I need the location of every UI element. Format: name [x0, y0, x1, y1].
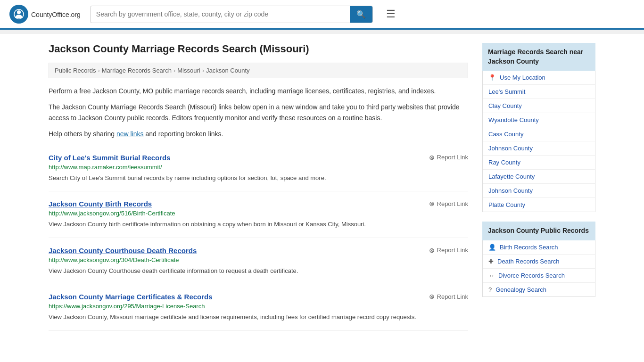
nearby-item-link-1[interactable]: Lee's Summit [488, 88, 525, 95]
record-url-0[interactable]: http://www.map.ramaker.com/leessummit/ [49, 164, 468, 171]
record-desc-2: View Jackson County Courthouse death cer… [49, 266, 468, 276]
report-link-3[interactable]: ⊗ Report Link [429, 293, 468, 300]
record-desc-3: View Jackson County, Missouri marriage c… [49, 313, 468, 322]
nearby-item-link-7[interactable]: Lafayette County [488, 173, 535, 180]
nearby-item-link-8[interactable]: Johnson County [488, 187, 533, 194]
sidebar-nearby-item[interactable]: Lafayette County [483, 170, 595, 184]
record-title-2[interactable]: Jackson County Courthouse Death Records [49, 247, 197, 255]
location-pin-icon: 📍 [488, 74, 496, 81]
sidebar-nearby-item[interactable]: Clay County [483, 99, 595, 113]
report-link-0[interactable]: ⊗ Report Link [429, 154, 468, 161]
report-icon-0: ⊗ [429, 154, 435, 161]
sidebar-nearby-item[interactable]: Ray County [483, 156, 595, 170]
report-link-2[interactable]: ⊗ Report Link [429, 247, 468, 254]
breadcrumb-public-records[interactable]: Public Records [55, 67, 96, 74]
use-my-location-link[interactable]: Use My Location [500, 74, 545, 81]
record-desc-1: View Jackson County birth certificate in… [49, 220, 468, 229]
record-entry: Jackson County Courthouse Death Records … [49, 238, 468, 285]
report-icon-3: ⊗ [429, 293, 435, 300]
menu-button[interactable]: ☰ [382, 6, 399, 22]
content-area: Jackson County Marriage Records Search (… [49, 43, 468, 331]
nearby-item-link-9[interactable]: Platte County [488, 201, 525, 208]
new-links-link[interactable]: new links [116, 130, 144, 138]
main-container: Jackson County Marriage Records Search (… [39, 33, 605, 340]
question-icon: ? [488, 286, 492, 293]
sidebar-nearby-item[interactable]: Wyandotte County [483, 113, 595, 127]
sidebar-nearby-item[interactable]: Cass County [483, 127, 595, 141]
sidebar-nearby-section: Marriage Records Search near Jackson Cou… [482, 43, 595, 212]
page-title: Jackson County Marriage Records Search (… [49, 43, 468, 55]
sidebar-public-records-title: Jackson County Public Records [482, 222, 595, 240]
logo[interactable]: CountyOffice.org [9, 5, 81, 24]
breadcrumb-missouri[interactable]: Missouri [177, 67, 200, 74]
public-records-link-3[interactable]: Genealogy Search [495, 286, 546, 293]
record-desc-0: Search City of Lee's Summit burial recor… [49, 173, 468, 183]
breadcrumb-marriage-records[interactable]: Marriage Records Search [102, 67, 172, 74]
records-list: City of Lee's Summit Burial Records ⊗ Re… [49, 145, 468, 331]
public-records-link-0[interactable]: Birth Records Search [500, 244, 558, 251]
search-bar: 🔍 [90, 6, 373, 23]
record-url-1[interactable]: http://www.jacksongov.org/516/Birth-Cert… [49, 210, 468, 217]
person-icon: 👤 [488, 244, 496, 251]
sidebar-nearby-list: 📍Use My LocationLee's SummitClay CountyW… [482, 71, 595, 212]
report-icon-1: ⊗ [429, 200, 435, 207]
nearby-item-link-4[interactable]: Cass County [488, 131, 523, 138]
arrows-icon: ↔ [488, 272, 495, 279]
description-para2: The Jackson County Marriage Records Sear… [49, 102, 468, 123]
record-title-1[interactable]: Jackson County Birth Records [49, 200, 152, 208]
sidebar-public-records-item[interactable]: 👤Birth Records Search [483, 240, 595, 255]
report-link-1[interactable]: ⊗ Report Link [429, 200, 468, 207]
record-title-3[interactable]: Jackson County Marriage Certificates & R… [49, 293, 213, 301]
record-entry: City of Lee's Summit Burial Records ⊗ Re… [49, 145, 468, 192]
sidebar-nearby-item[interactable]: Platte County [483, 198, 595, 212]
public-records-link-1[interactable]: Death Records Search [497, 258, 560, 265]
sidebar: Marriage Records Search near Jackson Cou… [482, 43, 595, 331]
nearby-item-link-2[interactable]: Clay County [488, 102, 522, 109]
breadcrumb-current: Jackson County [206, 67, 250, 74]
record-title-0[interactable]: City of Lee's Summit Burial Records [49, 154, 171, 162]
search-input[interactable] [91, 7, 350, 22]
search-button[interactable]: 🔍 [350, 6, 372, 23]
sidebar-public-records-item[interactable]: ↔Divorce Records Search [483, 269, 595, 283]
cross-icon: ✚ [488, 258, 494, 265]
nearby-item-link-3[interactable]: Wyandotte County [488, 116, 539, 123]
description-para1: Perform a free Jackson County, MO public… [49, 86, 468, 96]
sidebar-nearby-title: Marriage Records Search near Jackson Cou… [482, 43, 595, 71]
report-icon-2: ⊗ [429, 247, 435, 254]
nearby-item-link-6[interactable]: Ray County [488, 159, 520, 166]
record-entry: Jackson County Birth Records ⊗ Report Li… [49, 191, 468, 238]
sub-header-bar [0, 30, 644, 33]
sidebar-nearby-item[interactable]: Johnson County [483, 184, 595, 198]
sidebar-use-my-location[interactable]: 📍Use My Location [483, 71, 595, 85]
sidebar-public-records-list: 👤Birth Records Search✚Death Records Sear… [482, 240, 595, 297]
sidebar-public-records-item[interactable]: ?Genealogy Search [483, 283, 595, 296]
logo-text: CountyOffice.org [31, 9, 81, 19]
public-records-link-2[interactable]: Divorce Records Search [498, 272, 565, 279]
breadcrumb: Public Records › Marriage Records Search… [49, 63, 468, 78]
header: CountyOffice.org 🔍 ☰ [0, 0, 644, 30]
sidebar-nearby-item[interactable]: Johnson County [483, 141, 595, 156]
nearby-item-link-5[interactable]: Johnson County [488, 145, 533, 152]
record-entry: Jackson County Marriage Certificates & R… [49, 284, 468, 331]
logo-icon [9, 5, 28, 24]
description-para3: Help others by sharing new links and rep… [49, 129, 468, 139]
sidebar-public-records-section: Jackson County Public Records 👤Birth Rec… [482, 222, 595, 297]
record-url-2[interactable]: http://www.jacksongov.org/304/Death-Cert… [49, 256, 468, 263]
sidebar-nearby-item[interactable]: Lee's Summit [483, 85, 595, 99]
svg-point-0 [17, 10, 21, 14]
record-url-3[interactable]: https://www.jacksongov.org/295/Marriage-… [49, 303, 468, 310]
sidebar-public-records-item[interactable]: ✚Death Records Search [483, 255, 595, 269]
